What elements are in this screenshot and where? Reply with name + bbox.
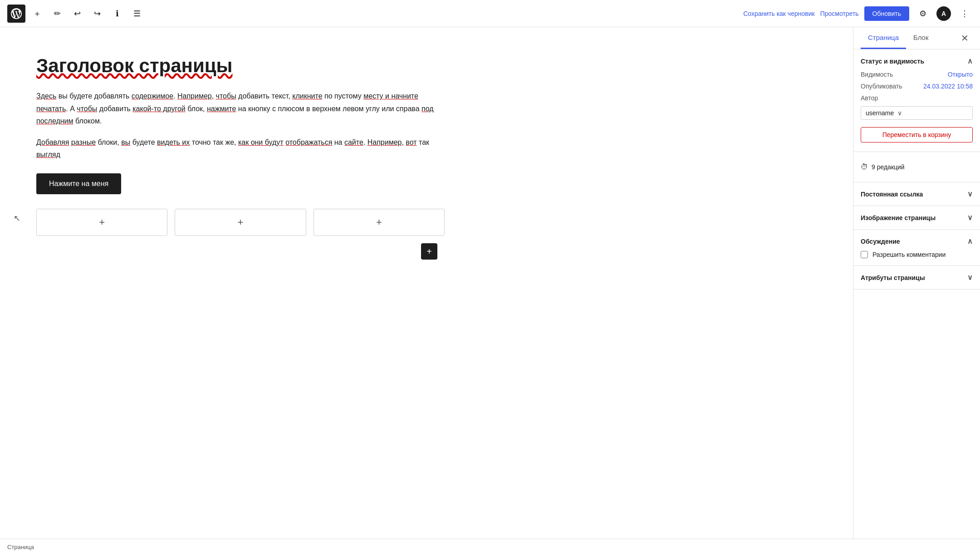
blocks-row: + + + [36,209,445,236]
topbar: ＋ ✏ ↩ ↪ ℹ ☰ Сохранить как черновик Просм… [0,0,980,27]
text-example: Например [177,92,212,100]
section-page-attrs-label: Атрибуты страницы [861,274,925,281]
chevron-down-icon: ∨ [897,109,902,117]
block-placeholder-2[interactable]: + [175,209,306,236]
info-button[interactable]: ℹ [109,5,125,22]
text-to-add: чтобы [216,92,236,100]
revisions-row[interactable]: ⏱ 9 редакций [861,159,973,175]
publish-row: Опубликовать 24.03.2022 10:58 [861,83,973,90]
allow-comments-label: Разрешить комментарии [872,251,946,258]
chevron-down-permalink-icon: ∨ [967,190,973,198]
text-print: печатать [36,105,66,113]
more-options-button[interactable]: ⋮ [956,5,973,22]
move-to-trash-button[interactable]: Переместить в корзину [861,127,973,142]
preview-link[interactable]: Просмотреть [820,10,859,17]
text-block-type: какой-то другой [132,105,185,113]
text-click: кликните [292,92,322,100]
tab-block[interactable]: Блок [906,27,936,49]
section-page-image-header[interactable]: Изображение страницы ∨ [861,213,973,222]
tools-button[interactable]: ✏ [49,5,65,22]
visibility-row: Видимость Открыто [861,71,973,78]
section-permalink: Постоянная ссылка ∨ [853,182,980,206]
demo-button[interactable]: Нажмите на меня [36,173,121,194]
editor-area[interactable]: Заголовок страницы Здесь вы будете добав… [0,27,853,539]
chevron-up-icon: ∧ [967,57,973,65]
status-bar-label: Страница [7,544,34,550]
add-block-bottom-button[interactable]: + [421,243,437,260]
topbar-right: Сохранить как черновик Просмотреть Обнов… [743,5,973,22]
visibility-label: Видимость [861,71,893,78]
allow-comments-row: Разрешить комментарии [861,251,973,258]
revisions-label: 9 редакций [872,163,905,171]
author-select[interactable]: username ∨ [861,106,973,120]
visibility-value[interactable]: Открыто [948,71,973,78]
page-title[interactable]: Заголовок страницы [36,54,817,77]
text-last: последним [36,117,74,125]
sidebar: Страница Блок ✕ Статус и видимость ∧ Вид… [853,27,980,539]
chevron-down-page-attrs-icon: ∨ [967,273,973,282]
section-page-attrs-header[interactable]: Атрибуты страницы ∨ [861,273,973,282]
undo-button[interactable]: ↩ [69,5,85,22]
user-avatar-button[interactable]: A [936,6,951,21]
section-discussion-label: Обсуждение [861,238,900,245]
allow-comments-checkbox[interactable] [861,251,868,258]
sidebar-close-button[interactable]: ✕ [956,30,973,46]
text-press: нажмите [207,105,236,113]
author-row: Автор [861,94,973,102]
publish-label: Опубликовать [861,83,902,90]
text-under: под [421,105,434,113]
publish-value[interactable]: 24.03.2022 10:58 [923,83,973,90]
wordpress-logo[interactable] [7,5,25,23]
save-draft-link[interactable]: Сохранить как черновик [743,10,814,17]
topbar-left: ＋ ✏ ↩ ↪ ℹ ☰ [7,5,145,23]
section-status-label: Статус и видимость [861,58,924,65]
section-status-header[interactable]: Статус и видимость ∧ [861,57,973,65]
section-revisions: ⏱ 9 редакций [853,152,980,182]
paragraph-2: Добавляя разные блоки, вы будете видеть … [36,136,445,161]
clock-icon: ⏱ [861,163,868,171]
list-view-button[interactable]: ☰ [129,5,145,22]
section-page-attrs: Атрибуты страницы ∨ [853,266,980,290]
section-page-image: Изображение страницы ∨ [853,206,980,230]
settings-button[interactable]: ⚙ [915,5,931,22]
author-label: Автор [861,94,878,102]
cursor: ↖ [14,213,20,223]
status-bar: Страница [0,539,980,555]
section-permalink-header[interactable]: Постоянная ссылка ∨ [861,190,973,198]
add-block-button[interactable]: ＋ [29,5,45,22]
tab-page[interactable]: Страница [861,27,906,49]
text-here: Здесь [36,92,56,100]
sidebar-tabs: Страница Блок ✕ [853,27,980,49]
section-discussion-header[interactable]: Обсуждение ∧ [861,237,973,246]
paragraph-1: Здесь вы будете добавлять содержимое. На… [36,90,445,127]
chevron-up-discussion-icon: ∧ [967,237,973,246]
section-permalink-label: Постоянная ссылка [861,191,923,198]
chevron-down-page-image-icon: ∨ [967,213,973,222]
section-page-image-label: Изображение страницы [861,214,936,221]
text-to-add2: чтобы [77,105,97,113]
text-content: содержимое [132,92,173,100]
section-status-visibility: Статус и видимость ∧ Видимость Открыто О… [853,49,980,152]
main-layout: Заголовок страницы Здесь вы будете добав… [0,27,980,539]
update-button[interactable]: Обновить [864,6,909,21]
block-placeholder-3[interactable]: + [314,209,445,236]
block-placeholder-1[interactable]: + [36,209,167,236]
section-discussion: Обсуждение ∧ Разрешить комментарии [853,230,980,266]
author-name: username [866,109,894,117]
text-place: месту и начните [363,92,418,100]
redo-button[interactable]: ↪ [89,5,105,22]
